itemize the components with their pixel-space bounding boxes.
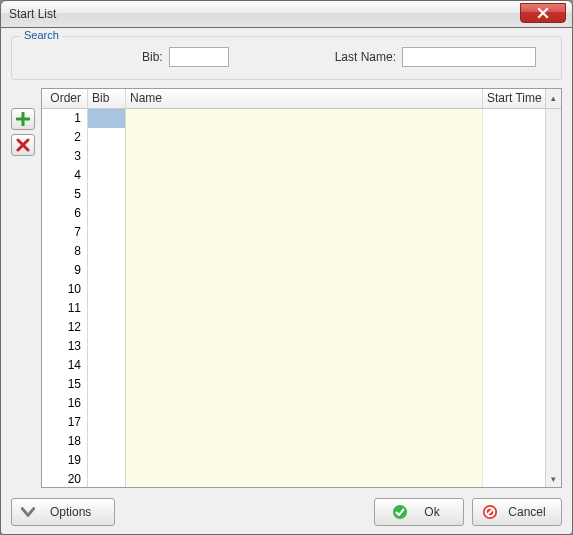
cell-start-time[interactable] <box>483 394 545 413</box>
table-row[interactable]: 9 <box>42 261 545 280</box>
cell-name[interactable] <box>126 299 483 318</box>
scroll-track[interactable] <box>546 109 561 470</box>
table-row[interactable]: 2 <box>42 128 545 147</box>
cell-order[interactable]: 11 <box>42 299 88 318</box>
cell-bib[interactable] <box>88 432 126 451</box>
table-row[interactable]: 5 <box>42 185 545 204</box>
cell-order[interactable]: 14 <box>42 356 88 375</box>
cell-bib[interactable] <box>88 394 126 413</box>
cell-start-time[interactable] <box>483 204 545 223</box>
table-row[interactable]: 10 <box>42 280 545 299</box>
cell-start-time[interactable] <box>483 109 545 128</box>
cell-start-time[interactable] <box>483 147 545 166</box>
cell-name[interactable] <box>126 166 483 185</box>
cell-order[interactable]: 18 <box>42 432 88 451</box>
cell-start-time[interactable] <box>483 280 545 299</box>
cell-bib[interactable] <box>88 109 126 128</box>
ok-button[interactable]: Ok <box>374 498 464 526</box>
table-row[interactable]: 6 <box>42 204 545 223</box>
table-row[interactable]: 3 <box>42 147 545 166</box>
cancel-button[interactable]: Cancel <box>472 498 562 526</box>
cell-bib[interactable] <box>88 337 126 356</box>
col-order[interactable]: Order <box>42 89 88 108</box>
cell-bib[interactable] <box>88 451 126 470</box>
table-row[interactable]: 4 <box>42 166 545 185</box>
table-row[interactable]: 14 <box>42 356 545 375</box>
table-row[interactable]: 12 <box>42 318 545 337</box>
cell-order[interactable]: 12 <box>42 318 88 337</box>
table-row[interactable]: 17 <box>42 413 545 432</box>
scrollbar[interactable]: ▾ <box>545 109 561 487</box>
cell-name[interactable] <box>126 432 483 451</box>
options-button[interactable]: Options <box>11 498 115 526</box>
cell-bib[interactable] <box>88 280 126 299</box>
table-row[interactable]: 19 <box>42 451 545 470</box>
cell-name[interactable] <box>126 413 483 432</box>
cell-name[interactable] <box>126 280 483 299</box>
cell-bib[interactable] <box>88 470 126 487</box>
cell-order[interactable]: 9 <box>42 261 88 280</box>
cell-start-time[interactable] <box>483 375 545 394</box>
cell-bib[interactable] <box>88 185 126 204</box>
cell-order[interactable]: 13 <box>42 337 88 356</box>
delete-button[interactable] <box>11 134 35 156</box>
table-row[interactable]: 11 <box>42 299 545 318</box>
cell-bib[interactable] <box>88 375 126 394</box>
cell-order[interactable]: 4 <box>42 166 88 185</box>
table-row[interactable]: 13 <box>42 337 545 356</box>
cell-bib[interactable] <box>88 413 126 432</box>
close-button[interactable] <box>520 3 566 23</box>
cell-start-time[interactable] <box>483 451 545 470</box>
cell-bib[interactable] <box>88 318 126 337</box>
cell-bib[interactable] <box>88 299 126 318</box>
cell-start-time[interactable] <box>483 223 545 242</box>
cell-order[interactable]: 7 <box>42 223 88 242</box>
cell-bib[interactable] <box>88 356 126 375</box>
cell-start-time[interactable] <box>483 318 545 337</box>
cell-order[interactable]: 17 <box>42 413 88 432</box>
cell-name[interactable] <box>126 242 483 261</box>
lastname-input[interactable] <box>402 47 536 67</box>
cell-order[interactable]: 6 <box>42 204 88 223</box>
cell-order[interactable]: 20 <box>42 470 88 487</box>
bib-input[interactable] <box>169 47 229 67</box>
cell-name[interactable] <box>126 470 483 487</box>
cell-start-time[interactable] <box>483 413 545 432</box>
cell-name[interactable] <box>126 356 483 375</box>
table-row[interactable]: 18 <box>42 432 545 451</box>
cell-order[interactable]: 16 <box>42 394 88 413</box>
col-start-time[interactable]: Start Time <box>483 89 545 108</box>
cell-bib[interactable] <box>88 242 126 261</box>
cell-name[interactable] <box>126 375 483 394</box>
cell-order[interactable]: 1 <box>42 109 88 128</box>
cell-name[interactable] <box>126 185 483 204</box>
cell-start-time[interactable] <box>483 299 545 318</box>
cell-start-time[interactable] <box>483 337 545 356</box>
cell-order[interactable]: 2 <box>42 128 88 147</box>
table-row[interactable]: 16 <box>42 394 545 413</box>
cell-start-time[interactable] <box>483 432 545 451</box>
cell-start-time[interactable] <box>483 261 545 280</box>
cell-bib[interactable] <box>88 147 126 166</box>
cell-name[interactable] <box>126 204 483 223</box>
cell-order[interactable]: 19 <box>42 451 88 470</box>
cell-name[interactable] <box>126 223 483 242</box>
cell-name[interactable] <box>126 109 483 128</box>
table-row[interactable]: 1 <box>42 109 545 128</box>
cell-name[interactable] <box>126 261 483 280</box>
add-button[interactable] <box>11 108 35 130</box>
cell-bib[interactable] <box>88 128 126 147</box>
cell-start-time[interactable] <box>483 242 545 261</box>
cell-name[interactable] <box>126 451 483 470</box>
cell-order[interactable]: 8 <box>42 242 88 261</box>
cell-order[interactable]: 3 <box>42 147 88 166</box>
scroll-down-arrow[interactable]: ▾ <box>546 470 561 487</box>
cell-name[interactable] <box>126 318 483 337</box>
cell-name[interactable] <box>126 337 483 356</box>
scroll-up-arrow[interactable]: ▴ <box>546 89 561 106</box>
cell-name[interactable] <box>126 147 483 166</box>
cell-order[interactable]: 15 <box>42 375 88 394</box>
cell-order[interactable]: 5 <box>42 185 88 204</box>
table-row[interactable]: 7 <box>42 223 545 242</box>
cell-bib[interactable] <box>88 166 126 185</box>
